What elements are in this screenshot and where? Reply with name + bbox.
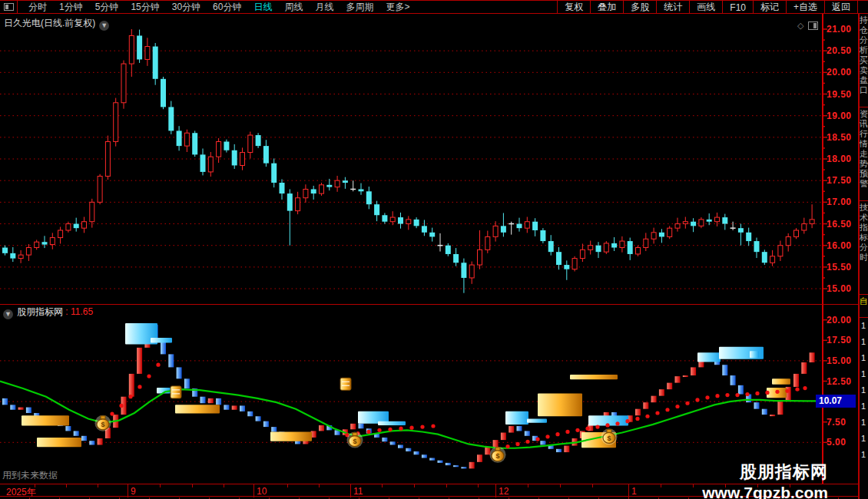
toolbar-actions: 复权叠加多股统计画线F10标记+自选返回	[557, 1, 858, 13]
month-divider	[350, 484, 351, 497]
toolbar-button-复权[interactable]: 复权	[557, 1, 590, 13]
period-tab-30分钟[interactable]: 30分钟	[166, 1, 207, 14]
period-tab-15分钟[interactable]: 15分钟	[124, 1, 165, 14]
period-tab-分时[interactable]: 分时	[22, 1, 53, 14]
week-tick	[66, 484, 67, 487]
gold-hand-icon	[340, 378, 351, 390]
chart-canvas[interactable]: $$$$	[0, 0, 868, 499]
week-tick	[287, 484, 288, 487]
week-tick	[192, 484, 193, 487]
toolbar-button-统计[interactable]: 统计	[656, 1, 689, 13]
month-label: 11	[353, 486, 363, 497]
period-tab-60分钟[interactable]: 60分钟	[207, 1, 247, 14]
chart-corner-icons: ◇	[797, 21, 818, 31]
week-tick	[661, 484, 661, 487]
period-tabs: 分时1分钟5分钟15分钟30分钟60分钟日线周线月线多周期更多>	[18, 1, 416, 14]
sidebar-tab-self[interactable]: 自	[860, 295, 868, 318]
week-tick	[35, 484, 35, 487]
price-axis-label: 17.00	[827, 197, 857, 207]
money-bag-icon: $	[601, 428, 618, 444]
indicator-axis-label: 17.50	[827, 335, 857, 345]
toolbar-button-+自选[interactable]: +自选	[786, 1, 824, 13]
sidebar-tab-clipped[interactable]: 技术指标分时	[860, 201, 868, 295]
price-axis-label: 21.00	[827, 24, 857, 35]
price-axis-label: 15.00	[827, 283, 857, 294]
toolbar-button-画线[interactable]: 画线	[689, 1, 722, 13]
indicator-layer: $$$$	[0, 323, 822, 468]
week-tick	[160, 484, 161, 487]
sidebar-tab-clipped[interactable]: 资讯行情走势预警	[860, 107, 868, 201]
app-window: 分时1分钟5分钟15分钟30分钟60分钟日线周线月线多周期更多> 复权叠加多股统…	[0, 0, 868, 499]
month-label: 1	[631, 486, 637, 497]
current-value-badge: 10.07	[816, 395, 856, 408]
period-tab-5分钟[interactable]: 5分钟	[89, 1, 125, 14]
month-divider	[628, 484, 629, 497]
month-divider	[253, 484, 254, 497]
week-tick	[98, 484, 98, 487]
panel-window-icon[interactable]	[808, 21, 818, 30]
price-axis-label: 16.00	[827, 240, 857, 251]
period-tab-月线[interactable]: 月线	[309, 1, 340, 14]
week-tick	[560, 484, 561, 487]
watermark-brand: 股朋指标网	[702, 461, 828, 484]
axis-layer	[0, 14, 858, 484]
period-tab-周线[interactable]: 周线	[278, 1, 309, 14]
week-tick	[693, 484, 694, 487]
price-axis-label: 19.00	[827, 111, 857, 121]
right-sidebar-clipped[interactable]: 持仓分析买卖盘口资讯行情走势预警技术指标分时自1 1 1 1 1 1 1 1 1	[858, 14, 868, 499]
sidebar-clipped-quotes: 1 1 1 1 1 1 1 1 1	[860, 318, 868, 463]
gold-hand-icon	[171, 386, 181, 398]
week-tick	[319, 484, 320, 487]
price-axis-label: 17.50	[827, 175, 857, 186]
week-tick	[528, 484, 528, 487]
week-tick	[224, 484, 224, 487]
chart-title-bar: 日久光电(日线.前复权)▼	[4, 17, 109, 31]
main-candles-layer	[0, 29, 822, 293]
month-label: 10	[257, 486, 267, 497]
indicator-axis-label: 12.50	[827, 376, 857, 387]
indicator-title-bar: ▼股朋指标网 : 11.65	[3, 306, 93, 319]
toolbar-button-叠加[interactable]: 叠加	[590, 1, 623, 13]
indicator-name: 股朋指标网	[17, 306, 63, 317]
money-bag-icon: $	[490, 447, 506, 463]
period-tab-更多>[interactable]: 更多>	[379, 1, 416, 14]
chevron-down-icon[interactable]: ▼	[3, 309, 13, 319]
indicator-axis-label: 20.00	[827, 315, 857, 326]
price-axis-label: 18.00	[827, 154, 857, 164]
price-axis-label: 18.50	[827, 132, 857, 143]
week-tick	[478, 484, 479, 487]
svg-text:$: $	[495, 452, 499, 460]
money-bag-icon: $	[347, 432, 363, 448]
sidebar-tab-clipped[interactable]: 持仓分析买卖盘口	[860, 14, 868, 107]
top-toolbar: 分时1分钟5分钟15分钟30分钟60分钟日线周线月线多周期更多> 复权叠加多股统…	[0, 0, 868, 14]
window-layout-button[interactable]	[0, 1, 18, 14]
price-axis-label: 19.50	[827, 89, 857, 100]
toolbar-button-多股[interactable]: 多股	[623, 1, 656, 13]
week-tick	[446, 484, 447, 487]
watermark: 股朋指标网 www.7gpzb.com	[702, 461, 828, 499]
week-tick	[592, 484, 593, 487]
watermark-url: www.7gpzb.com	[702, 484, 828, 499]
future-data-note: 用到未来数据	[2, 469, 58, 482]
period-tab-1分钟[interactable]: 1分钟	[53, 1, 89, 14]
toolbar-button-标记[interactable]: 标记	[753, 1, 786, 13]
diamond-icon[interactable]: ◇	[797, 21, 803, 31]
svg-text:$: $	[101, 421, 104, 428]
month-divider	[495, 484, 496, 497]
money-bag-icon: $	[95, 415, 111, 431]
chevron-down-icon[interactable]: ▼	[99, 21, 109, 31]
price-axis-label: 15.50	[827, 262, 857, 273]
month-label: 9	[131, 486, 136, 497]
indicator-axis-label: 7.50	[827, 417, 857, 428]
month-label: 12	[499, 486, 509, 497]
svg-text:$: $	[607, 435, 611, 442]
toolbar-button-F10[interactable]: F10	[722, 1, 753, 13]
toolbar-button-返回[interactable]: 返回	[824, 1, 858, 13]
page-title: 日久光电(日线.前复权)	[4, 18, 95, 28]
period-tab-日线[interactable]: 日线	[247, 1, 278, 14]
period-tab-多周期[interactable]: 多周期	[340, 1, 379, 14]
week-tick	[414, 484, 415, 487]
indicator-value: : 11.65	[65, 306, 93, 317]
price-axis-label: 16.50	[827, 219, 857, 230]
price-axis-label: 20.50	[827, 45, 857, 56]
